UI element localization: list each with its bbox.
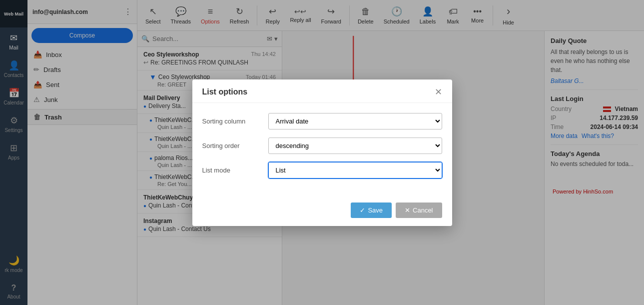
- modal-footer: ✓ Save ✕ Cancel: [192, 196, 452, 226]
- sorting-order-row: Sorting order descending ascending: [202, 138, 442, 154]
- cancel-button[interactable]: ✕ Cancel: [396, 202, 442, 218]
- x-icon: ✕: [405, 206, 410, 214]
- sorting-order-label: Sorting order: [202, 142, 262, 150]
- sorting-column-select[interactable]: Arrival date From Subject Size: [268, 113, 442, 130]
- checkmark-icon: ✓: [360, 206, 365, 214]
- sorting-order-select[interactable]: descending ascending: [268, 138, 442, 154]
- modal-title: List options: [202, 88, 248, 96]
- list-options-modal: List options ✕ Sorting column Arrival da…: [192, 80, 452, 226]
- modal-header: List options ✕: [192, 80, 452, 103]
- list-mode-select[interactable]: List Threads Compact: [268, 162, 442, 178]
- list-mode-label: List mode: [202, 166, 262, 174]
- modal-overlay: List options ✕ Sorting column Arrival da…: [0, 0, 644, 305]
- sorting-column-row: Sorting column Arrival date From Subject…: [202, 113, 442, 130]
- save-button[interactable]: ✓ Save: [351, 202, 392, 218]
- sorting-column-label: Sorting column: [202, 118, 262, 125]
- save-label: Save: [368, 206, 383, 214]
- modal-close-button[interactable]: ✕: [435, 88, 442, 96]
- cancel-label: Cancel: [413, 206, 433, 214]
- list-mode-row: List mode List Threads Compact: [202, 162, 442, 178]
- modal-body: Sorting column Arrival date From Subject…: [192, 103, 452, 196]
